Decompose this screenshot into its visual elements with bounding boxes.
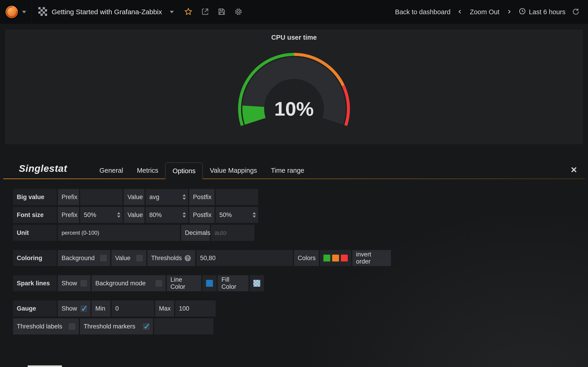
prefix-label: Prefix	[58, 207, 79, 223]
big-value-prefix-input[interactable]	[80, 189, 123, 205]
thresholds-label-cell: Thresholds ?	[147, 250, 195, 266]
green-color-swatch[interactable]	[323, 255, 330, 261]
time-range-picker-button[interactable]: Last 6 hours	[519, 8, 565, 17]
time-shift-back-button[interactable]	[457, 8, 463, 16]
empty-cell	[154, 318, 213, 334]
close-editor-button[interactable]	[570, 166, 578, 173]
thresholds-input[interactable]	[196, 250, 293, 266]
spark-show-toggle[interactable]: Show	[58, 275, 90, 291]
save-button[interactable]	[217, 8, 226, 17]
big-value-postfix-input[interactable]	[216, 189, 258, 205]
dashboard-grid-icon	[38, 7, 47, 17]
chevron-right-icon	[506, 8, 512, 16]
line-color-swatch[interactable]	[206, 280, 213, 287]
grafana-main-menu[interactable]	[0, 0, 32, 24]
background-mode-toggle[interactable]: Background mode	[92, 275, 166, 291]
line-color-cell	[202, 275, 216, 291]
background-label: Background	[61, 255, 95, 262]
time-range-label: Last 6 hours	[529, 8, 565, 16]
coloring-row: Coloring Background Value Thresholds ? C…	[13, 250, 588, 266]
chevron-down-icon	[170, 11, 174, 13]
value-font-size-select[interactable]: 80%	[146, 207, 188, 223]
min-input[interactable]	[112, 300, 154, 317]
threshold-markers-toggle[interactable]: Threshold markers	[80, 318, 153, 334]
spark-show-checkbox[interactable]	[81, 280, 87, 286]
star-button[interactable]	[184, 7, 193, 17]
unit-section-label: Unit	[13, 225, 57, 241]
threshold-display-row: Threshold labels Threshold markers	[13, 318, 588, 334]
help-icon[interactable]: ?	[185, 255, 191, 261]
invert-order-button[interactable]: invert order	[352, 250, 391, 266]
chevron-left-icon	[457, 8, 463, 16]
fill-color-overlay	[253, 280, 260, 287]
threshold-labels-toggle[interactable]: Threshold labels	[13, 318, 79, 334]
zoom-out-button[interactable]: Zoom Out	[470, 8, 499, 16]
time-shift-forward-button[interactable]	[506, 8, 512, 16]
threshold-labels-checkbox[interactable]	[69, 323, 75, 330]
fill-color-swatch[interactable]	[253, 280, 260, 287]
gauge-svg	[184, 42, 404, 139]
gauge-value-text: 10%	[184, 98, 404, 120]
background-checkbox[interactable]	[100, 255, 107, 261]
line-color-label: Line Color	[167, 275, 201, 291]
selected-postfix-size: 50%	[219, 211, 232, 219]
coloring-section-label: Coloring	[13, 250, 57, 266]
coloring-background-toggle[interactable]: Background	[58, 250, 110, 266]
chevron-down-icon	[22, 11, 26, 13]
threshold-markers-checkbox[interactable]	[143, 323, 149, 330]
tab-value-mappings[interactable]: Value Mappings	[203, 162, 264, 178]
coloring-group: Coloring Background Value Thresholds ? C…	[13, 250, 588, 266]
threshold-colors	[320, 250, 351, 266]
grafana-logo-icon	[5, 5, 19, 19]
big-value-section-label: Big value	[13, 189, 57, 205]
prefix-font-size-select[interactable]: 50%	[80, 207, 123, 223]
tab-time-range[interactable]: Time range	[264, 162, 311, 178]
background-mode-checkbox[interactable]	[156, 280, 162, 286]
spark-lines-section-label: Spark lines	[13, 275, 57, 291]
fill-color-label: Fill Color	[218, 275, 249, 291]
clock-icon	[519, 8, 526, 17]
panel-editor: Singlestat General Metrics Options Value…	[0, 159, 588, 334]
settings-button[interactable]	[234, 7, 243, 17]
max-input[interactable]	[175, 300, 216, 317]
editor-header: Singlestat General Metrics Options Value…	[0, 159, 588, 178]
singlestat-panel[interactable]: CPU user time 10%	[6, 30, 582, 144]
editor-tabs: General Metrics Options Value Mappings T…	[93, 162, 311, 178]
dashboard-title-menu[interactable]: Getting Started with Grafana-Zabbix	[32, 0, 180, 24]
show-label: Show	[61, 280, 77, 287]
select-spinner-icon	[253, 212, 256, 218]
orange-color-swatch[interactable]	[332, 255, 339, 261]
gauge-options-group: Gauge Show Min Max Threshold labels Thre…	[13, 300, 588, 334]
max-label: Max	[155, 300, 174, 317]
big-value-row: Big value Prefix Value avg Postfix	[13, 189, 588, 205]
postfix-font-size-select[interactable]: 50%	[216, 207, 258, 223]
navbar: Getting Started with Grafana-Zabbix	[0, 0, 588, 24]
decimals-input[interactable]	[211, 225, 254, 241]
select-spinner-icon	[183, 194, 186, 200]
horizontal-scrollbar-thumb[interactable]	[27, 365, 62, 367]
refresh-icon	[572, 8, 580, 16]
big-value-stat-select[interactable]: avg	[146, 189, 188, 205]
threshold-labels-label: Threshold labels	[17, 323, 62, 330]
coloring-value-toggle[interactable]: Value	[111, 250, 146, 266]
gauge-show-toggle[interactable]: Show	[58, 300, 90, 317]
unit-picker[interactable]: percent (0-100)	[58, 225, 180, 241]
share-button[interactable]	[201, 8, 209, 17]
select-spinner-icon	[183, 212, 186, 218]
tab-options[interactable]: Options	[165, 162, 203, 179]
red-color-swatch[interactable]	[341, 255, 348, 261]
prefix-label: Prefix	[58, 189, 79, 205]
gauge-show-checkbox[interactable]	[81, 306, 87, 312]
save-icon	[217, 8, 226, 17]
value-checkbox[interactable]	[137, 255, 143, 261]
back-to-dashboard-button[interactable]: Back to dashboard	[395, 8, 451, 16]
value-options-group: Big value Prefix Value avg Postfix Font …	[13, 189, 588, 241]
panel-title[interactable]: CPU user time	[6, 30, 582, 41]
spark-lines-row: Spark lines Show Background mode Line Co…	[13, 275, 588, 291]
refresh-button[interactable]	[572, 8, 580, 16]
tab-metrics[interactable]: Metrics	[130, 162, 165, 178]
thresholds-label: Thresholds	[151, 255, 182, 262]
tab-general[interactable]: General	[93, 162, 130, 178]
threshold-markers-label: Threshold markers	[84, 323, 135, 330]
background-mode-label: Background mode	[95, 280, 146, 287]
